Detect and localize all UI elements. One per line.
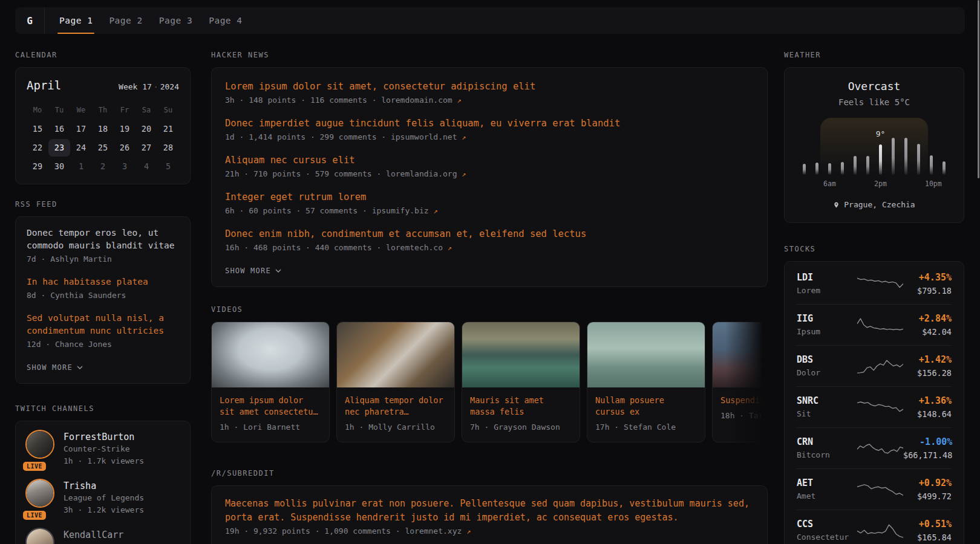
hn-item-title[interactable]: Donec imperdiet augue tincidunt felis al…: [225, 117, 754, 130]
rss-item-title[interactable]: Donec tempor eros leo, ut commodo mauris…: [27, 227, 179, 252]
weather-hour-label: [900, 180, 912, 188]
video-card[interactable]: Suspendisse diam18h · Tara: [712, 322, 768, 442]
stock-symbol: LDI: [797, 271, 857, 283]
calendar-day: 25: [92, 139, 114, 157]
top-nav: G Page 1Page 2Page 3Page 4: [15, 7, 965, 34]
external-link-icon[interactable]: ↗: [433, 207, 437, 215]
stock-name: Sit: [797, 409, 857, 419]
rss-show-more-button[interactable]: SHOW MORE: [27, 363, 83, 372]
middle-column: HACKER NEWS Lorem ipsum dolor sit amet, …: [211, 51, 768, 544]
twitch-channel-game: League of Legends: [64, 492, 144, 504]
video-meta: 7h · Grayson Dawson: [470, 421, 572, 433]
scrollbar[interactable]: [978, 0, 979, 178]
tab-page-1[interactable]: Page 1: [59, 7, 93, 34]
calendar-month: April: [27, 79, 61, 92]
external-link-icon[interactable]: ↗: [462, 133, 466, 141]
calendar-day-header: Tu: [48, 102, 70, 119]
tab-page-3[interactable]: Page 3: [159, 7, 192, 34]
stock-identity: AETAmet: [797, 477, 857, 502]
stock-change: +0.51%: [917, 518, 952, 530]
subreddit-section-label: /R/SUBREDDIT: [211, 469, 768, 478]
twitch-channel-name[interactable]: KendallCarr: [64, 529, 123, 541]
weather-bar: [841, 162, 844, 175]
stocks-list: LDILorem+4.35%$795.18IIGIpsum+2.84%$42.0…: [797, 264, 952, 544]
video-card-body: Suspendisse diam18h · Tara: [713, 387, 768, 430]
stock-values: +0.92%$499.72: [917, 477, 952, 502]
external-link-icon[interactable]: ↗: [448, 244, 452, 252]
video-title[interactable]: Aliquam tempor dolor nec pharetra…: [345, 395, 446, 418]
stock-values: +2.84%$42.04: [919, 312, 952, 337]
calendar-day-header: We: [70, 102, 92, 119]
weather-bar: [892, 138, 895, 175]
video-title[interactable]: Lorem ipsum dolor sit amet consectetu…: [220, 395, 321, 418]
video-title[interactable]: Nullam posuere cursus ex: [595, 395, 697, 418]
stock-name: Dolor: [797, 368, 857, 378]
twitch-card: LIVEForrestBurtonCounter-Strike1h · 1.7k…: [15, 421, 191, 544]
post-meta-text: 19h · 9,932 points · 1,090 comments · lo…: [225, 526, 462, 536]
hn-item-title[interactable]: Integer eget rutrum lorem: [225, 190, 754, 204]
weather-bar-slot: [925, 155, 938, 175]
stock-sparkline: [857, 397, 903, 418]
video-meta: 17h · Stefan Cole: [595, 421, 697, 433]
video-title[interactable]: Suspendisse diam: [720, 395, 768, 406]
twitch-channel-row[interactable]: LIVETrishaLeague of Legends3h · 1.2k vie…: [27, 480, 179, 516]
hn-item-meta-text: 6h · 60 points · 57 comments · ipsumify.…: [225, 206, 433, 215]
rss-item-title[interactable]: In hac habitasse platea: [27, 276, 179, 288]
rss-list: Donec tempor eros leo, ut commodo mauris…: [27, 227, 179, 351]
hn-item-meta: 3h · 148 points · 116 comments · loremdo…: [225, 94, 754, 106]
tab-page-2[interactable]: Page 2: [109, 7, 142, 34]
calendar-day: 26: [114, 139, 136, 157]
video-card[interactable]: Lorem ipsum dolor sit amet consectetu…1h…: [211, 322, 330, 442]
stock-symbol: IIG: [797, 312, 857, 325]
weather-hour-label: [938, 180, 950, 188]
calendar-day: 17: [70, 120, 92, 138]
weather-location-row: Prague, Czechia: [797, 200, 952, 209]
twitch-channel-name[interactable]: Trisha: [64, 480, 144, 492]
video-card[interactable]: Mauris sit amet massa felis7h · Grayson …: [462, 322, 580, 442]
video-title[interactable]: Mauris sit amet massa felis: [470, 395, 572, 418]
video-card[interactable]: Aliquam tempor dolor nec pharetra…1h · M…: [336, 322, 455, 442]
weather-hour-label: [887, 180, 900, 188]
video-meta: 1h · Molly Carrillo: [345, 421, 446, 433]
tab-page-4[interactable]: Page 4: [209, 7, 242, 34]
weather-condition: Overcast: [797, 80, 952, 92]
subreddit-card: Maecenas mollis pulvinar erat non posuer…: [211, 485, 768, 544]
external-link-icon[interactable]: ↗: [466, 527, 471, 536]
weather-hour-label: [912, 180, 925, 188]
hn-item-title[interactable]: Donec enim nibh, condimentum et accumsan…: [225, 227, 754, 241]
hn-item-meta: 1d · 1,414 points · 299 comments · ipsum…: [225, 131, 754, 143]
weather-bar-slot: [912, 144, 925, 175]
twitch-channel-row[interactable]: KendallCarr: [27, 529, 179, 544]
weather-bar-slot: [823, 163, 836, 175]
calendar-day: 30: [48, 158, 70, 175]
hn-item-title[interactable]: Lorem ipsum dolor sit amet, consectetur …: [225, 80, 754, 93]
hn-item-meta: 21h · 710 points · 579 comments · loreml…: [225, 168, 754, 180]
stock-row: SNRCSit+1.36%$148.64: [797, 386, 952, 427]
calendar-widget: CALENDAR April Week 17·2024 MoTuWeThFrSa…: [15, 51, 191, 184]
hn-item: Donec imperdiet augue tincidunt felis al…: [225, 117, 754, 143]
video-card[interactable]: Nullam posuere cursus ex17h · Stefan Col…: [587, 322, 705, 442]
twitch-channel-row[interactable]: LIVEForrestBurtonCounter-Strike1h · 1.7k…: [27, 431, 179, 467]
calendar-day: 24: [70, 139, 92, 157]
subreddit-post-title[interactable]: Maecenas mollis pulvinar erat non posuer…: [225, 497, 754, 525]
calendar-day: 1: [70, 158, 92, 175]
stock-values: +0.51%$165.84: [917, 518, 952, 543]
weather-bar: [828, 163, 831, 175]
avatar: [27, 480, 53, 507]
hn-item-title[interactable]: Aliquam nec cursus elit: [225, 154, 754, 167]
app-logo[interactable]: G: [15, 15, 44, 27]
rss-item-meta: 8d · Cynthia Saunders: [27, 290, 179, 302]
live-badge: LIVE: [23, 511, 46, 520]
videos-row: Lorem ipsum dolor sit amet consectetu…1h…: [211, 322, 768, 442]
calendar-day: 3: [114, 158, 136, 175]
rss-item-title[interactable]: Sed volutpat nulla nisl, a condimentum n…: [27, 312, 179, 337]
hn-show-more-button[interactable]: SHOW MORE: [225, 267, 281, 275]
external-link-icon[interactable]: ↗: [462, 170, 466, 178]
weather-hourly-chart: 9°: [798, 119, 950, 175]
twitch-channel-name[interactable]: ForrestBurton: [64, 431, 144, 443]
calendar-section-label: CALENDAR: [15, 51, 191, 59]
external-link-icon[interactable]: ↗: [457, 96, 462, 105]
stock-change: +0.92%: [917, 477, 952, 489]
stock-identity: IIGIpsum: [797, 312, 857, 337]
stock-name: Bitcorn: [797, 450, 857, 461]
